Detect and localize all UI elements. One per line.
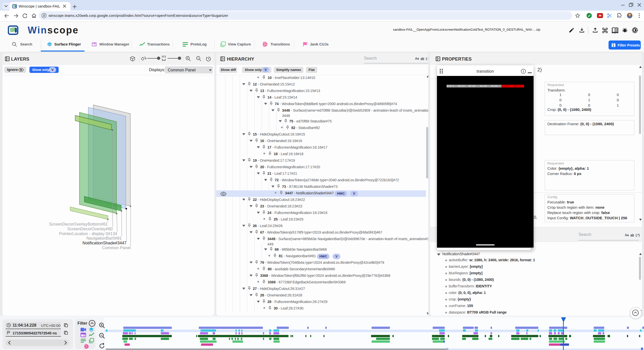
svg-text:PointerLocation - display 0#13: PointerLocation - display 0#134 [59,231,117,236]
svg-text:NavigationBar0#81: NavigationBar0#81 [87,236,122,240]
svg-text:ScreenDecorOverlay#60: ScreenDecorOverlay#60 [67,227,113,231]
svg-text:ScreenDecorOverlayBottom#61: ScreenDecorOverlayBottom#61 [49,222,108,226]
svg-text:Common Panel: Common Panel [102,245,131,250]
svg-text:NotificationShade#3447: NotificationShade#3447 [83,241,127,245]
